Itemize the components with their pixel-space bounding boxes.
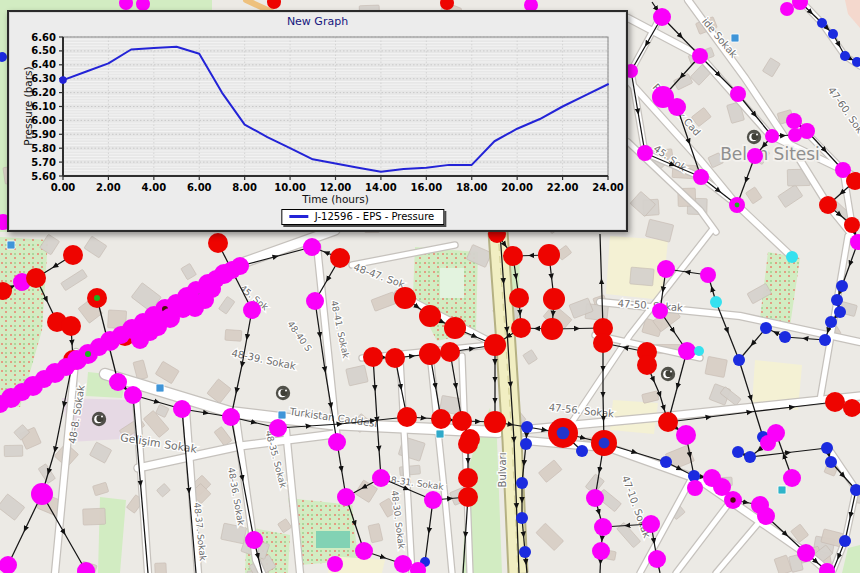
junction-node[interactable]: [828, 29, 838, 39]
junction-node[interactable]: [819, 196, 837, 214]
junction-node[interactable]: [26, 268, 46, 288]
junction-node[interactable]: [484, 334, 506, 356]
junction-node[interactable]: [519, 546, 531, 558]
junction-node[interactable]: [819, 334, 831, 346]
junction-node[interactable]: [397, 407, 417, 427]
junction-node[interactable]: [330, 248, 350, 268]
junction-node[interactable]: [516, 477, 528, 489]
junction-node[interactable]: [637, 355, 657, 375]
junction-node[interactable]: [660, 456, 672, 468]
junction-node[interactable]: [592, 542, 610, 560]
junction-node[interactable]: [231, 257, 249, 275]
junction-node[interactable]: [593, 333, 613, 353]
junction-node[interactable]: [676, 425, 696, 445]
junction-node[interactable]: [732, 446, 744, 458]
junction-node[interactable]: [765, 129, 779, 143]
junction-node[interactable]: [109, 373, 127, 391]
junction-node[interactable]: [419, 343, 441, 365]
junction-node[interactable]: [692, 48, 708, 64]
junction-node[interactable]: [61, 316, 81, 336]
junction-node[interactable]: [424, 491, 442, 509]
junction-node[interactable]: [222, 408, 240, 426]
junction-node[interactable]: [337, 488, 355, 506]
junction-node[interactable]: [173, 400, 191, 418]
junction-node[interactable]: [372, 469, 390, 487]
junction-node[interactable]: [730, 86, 746, 102]
junction-node[interactable]: [576, 445, 588, 457]
junction-node[interactable]: [767, 424, 785, 442]
junction-node[interactable]: [825, 456, 837, 468]
junction-node[interactable]: [668, 98, 686, 116]
junction-node[interactable]: [543, 288, 565, 310]
junction-node[interactable]: [733, 354, 745, 366]
junction-node[interactable]: [825, 316, 837, 328]
junction-node[interactable]: [484, 411, 506, 433]
junction-node[interactable]: [653, 8, 671, 26]
junction-node[interactable]: [327, 556, 343, 572]
junction-node[interactable]: [186, 299, 204, 317]
junction-node[interactable]: [780, 2, 794, 16]
junction-node[interactable]: [458, 487, 478, 507]
junction-node[interactable]: [831, 294, 843, 306]
junction-node[interactable]: [836, 280, 848, 292]
junction-node[interactable]: [797, 544, 815, 562]
junction-node[interactable]: [779, 331, 791, 343]
junction-node[interactable]: [541, 318, 563, 340]
junction-node[interactable]: [208, 233, 228, 253]
junction-node[interactable]: [786, 251, 798, 263]
junction-node[interactable]: [306, 292, 324, 310]
junction-node[interactable]: [31, 483, 53, 505]
junction-node[interactable]: [760, 322, 772, 334]
junction-node[interactable]: [788, 128, 802, 142]
junction-node[interactable]: [594, 518, 612, 536]
junction-node[interactable]: [648, 550, 666, 568]
junction-node[interactable]: [503, 246, 523, 266]
junction-node[interactable]: [243, 301, 261, 319]
junction-node[interactable]: [303, 238, 321, 256]
junction-node[interactable]: [786, 113, 802, 129]
junction-node[interactable]: [355, 542, 373, 560]
junction-node[interactable]: [245, 531, 263, 549]
junction-node[interactable]: [652, 303, 668, 319]
junction-node[interactable]: [516, 512, 528, 524]
junction-node[interactable]: [458, 468, 478, 488]
junction-node[interactable]: [63, 245, 83, 265]
junction-node[interactable]: [586, 489, 604, 507]
junction-node[interactable]: [710, 296, 722, 308]
junction-node[interactable]: [538, 244, 560, 266]
junction-node[interactable]: [783, 469, 801, 487]
junction-node[interactable]: [131, 331, 149, 349]
junction-node[interactable]: [458, 434, 478, 454]
junction-node[interactable]: [511, 318, 531, 338]
junction-node[interactable]: [658, 412, 678, 432]
junction-node[interactable]: [394, 555, 412, 573]
junction-node[interactable]: [521, 421, 533, 433]
junction-node[interactable]: [657, 260, 675, 278]
junction-node[interactable]: [817, 18, 827, 28]
junction-node[interactable]: [269, 419, 287, 437]
junction-node[interactable]: [394, 287, 416, 309]
junction-node[interactable]: [444, 317, 466, 339]
junction-node[interactable]: [687, 480, 703, 496]
junction-node[interactable]: [844, 217, 860, 233]
junction-node[interactable]: [509, 288, 529, 308]
junction-node[interactable]: [124, 386, 142, 404]
junction-node[interactable]: [839, 535, 851, 547]
junction-node[interactable]: [744, 451, 756, 463]
junction-node[interactable]: [328, 433, 346, 451]
junction-node[interactable]: [693, 169, 709, 185]
junction-node[interactable]: [700, 267, 716, 283]
junction-node[interactable]: [431, 409, 451, 429]
junction-node[interactable]: [440, 342, 460, 362]
junction-node[interactable]: [694, 346, 704, 356]
junction-node[interactable]: [834, 306, 846, 318]
junction-node[interactable]: [419, 305, 441, 327]
junction-node[interactable]: [747, 148, 763, 164]
junction-node[interactable]: [825, 392, 845, 412]
junction-node[interactable]: [642, 515, 660, 533]
junction-node[interactable]: [757, 507, 775, 525]
junction-node[interactable]: [385, 348, 405, 368]
junction-node[interactable]: [840, 51, 850, 61]
junction-node[interactable]: [363, 347, 383, 367]
junction-node[interactable]: [821, 442, 833, 454]
